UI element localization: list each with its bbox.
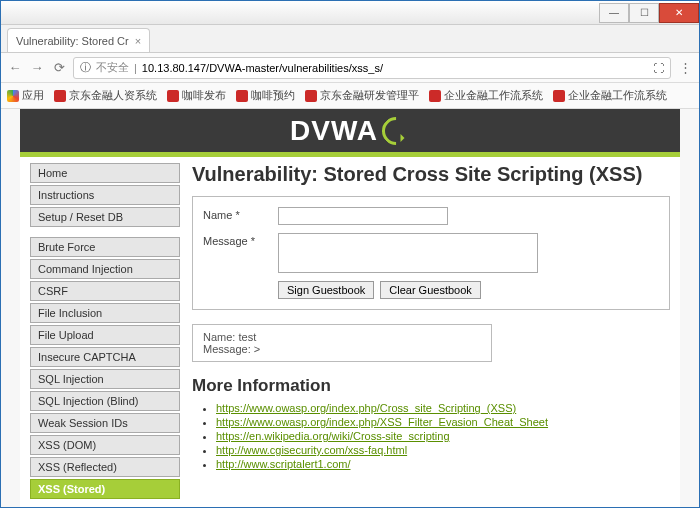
bookmark-bar: 应用 京东金融人资系统咖啡发布咖啡预约京东金融研发管理平企业金融工作流系统企业金… [1,83,699,109]
bookmark-item[interactable]: 咖啡预约 [236,88,295,103]
tab-title: Vulnerability: Stored Cr [16,35,129,47]
guestbook-form: Name * Message * [192,196,670,310]
sidebar-item-instructions[interactable]: Instructions [30,185,180,205]
tab-strip: Vulnerability: Stored Cr × [1,25,699,53]
bookmark-item[interactable]: 企业金融工作流系统 [429,88,543,103]
clear-button[interactable] [380,281,481,299]
url-text[interactable] [142,62,648,74]
name-label: Name * [203,207,278,221]
sidebar-item-csrf[interactable]: CSRF [30,281,180,301]
window-titlebar: — ☐ ✕ [1,1,699,25]
name-input[interactable] [278,207,448,225]
dvwa-logo: DVWA [290,115,410,147]
info-link[interactable]: http://www.scriptalert1.com/ [216,458,351,470]
sidebar-item-sql-injection-blind-[interactable]: SQL Injection (Blind) [30,391,180,411]
sidebar-item-insecure-captcha[interactable]: Insecure CAPTCHA [30,347,180,367]
sidebar-item-xss-reflected-[interactable]: XSS (Reflected) [30,457,180,477]
sidebar-item-file-inclusion[interactable]: File Inclusion [30,303,180,323]
maximize-button[interactable]: ☐ [629,3,659,23]
minimize-button[interactable]: — [599,3,629,23]
dvwa-page: DVWA HomeInstructionsSetup / Reset DB Br… [20,109,680,507]
message-label: Message * [203,233,278,247]
bookmark-item[interactable]: 企业金融工作流系统 [553,88,667,103]
sign-button[interactable] [278,281,374,299]
translate-icon[interactable]: ⛶ [653,62,664,74]
close-button[interactable]: ✕ [659,3,699,23]
apps-button[interactable]: 应用 [7,88,44,103]
info-link[interactable]: https://www.owasp.org/index.php/Cross_si… [216,402,516,414]
sidebar-item-xss-dom-[interactable]: XSS (DOM) [30,435,180,455]
sidebar-item-home[interactable]: Home [30,163,180,183]
logo-arc-icon [376,111,416,151]
insecure-icon: ⓘ [80,60,91,75]
browser-tab[interactable]: Vulnerability: Stored Cr × [7,28,150,52]
message-input[interactable] [278,233,538,273]
menu-icon[interactable]: ⋮ [677,60,693,76]
bookmark-item[interactable]: 京东金融人资系统 [54,88,157,103]
main-content: Vulnerability: Stored Cross Site Scripti… [192,163,670,501]
bookmark-item[interactable]: 京东金融研发管理平 [305,88,419,103]
sidebar-item-file-upload[interactable]: File Upload [30,325,180,345]
sidebar-item-sql-injection[interactable]: SQL Injection [30,369,180,389]
info-link[interactable]: https://en.wikipedia.org/wiki/Cross-site… [216,430,450,442]
more-info-heading: More Information [192,376,670,396]
url-input[interactable]: ⓘ 不安全 | ⛶ [73,57,671,79]
page-title: Vulnerability: Stored Cross Site Scripti… [192,163,670,186]
dvwa-header: DVWA [20,109,680,157]
tab-close-icon[interactable]: × [135,35,141,47]
sidebar-item-xss-stored-[interactable]: XSS (Stored) [30,479,180,499]
browser-window: — ☐ ✕ Vulnerability: Stored Cr × ← → ⟳ ⓘ… [0,0,700,508]
sidebar-item-command-injection[interactable]: Command Injection [30,259,180,279]
sidebar-item-weak-session-ids[interactable]: Weak Session IDs [30,413,180,433]
page-viewport: DVWA HomeInstructionsSetup / Reset DB Br… [1,109,699,507]
info-links: https://www.owasp.org/index.php/Cross_si… [216,402,670,472]
bookmark-item[interactable]: 咖啡发布 [167,88,226,103]
sidebar-item-setup-reset-db[interactable]: Setup / Reset DB [30,207,180,227]
info-link[interactable]: https://www.owasp.org/index.php/XSS_Filt… [216,416,548,428]
back-icon[interactable]: ← [7,60,23,76]
security-label: 不安全 [96,60,129,75]
forward-icon[interactable]: → [29,60,45,76]
sidebar: HomeInstructionsSetup / Reset DB Brute F… [30,163,180,501]
address-bar: ← → ⟳ ⓘ 不安全 | ⛶ ⋮ [1,53,699,83]
reload-icon[interactable]: ⟳ [51,60,67,76]
info-link[interactable]: http://www.cgisecurity.com/xss-faq.html [216,444,407,456]
guestbook-entry: Name: test Message: > [192,324,492,362]
sidebar-item-brute-force[interactable]: Brute Force [30,237,180,257]
